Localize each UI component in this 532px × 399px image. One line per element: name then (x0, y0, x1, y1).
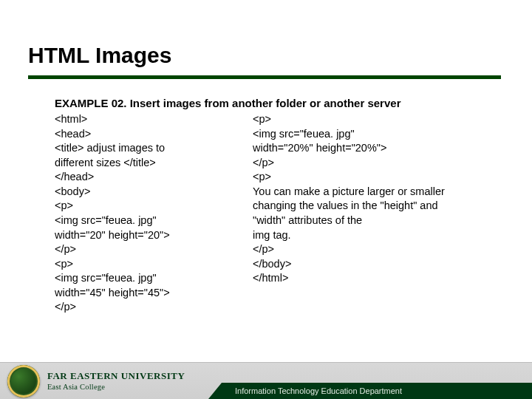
department-ribbon: Information Technology Education Departm… (222, 383, 532, 399)
university-block: FAR EASTERN UNIVERSITY East Asia College (47, 371, 185, 391)
example-heading: EXAMPLE 02. Insert images from another f… (55, 97, 489, 109)
slide-content: EXAMPLE 02. Insert images from another f… (0, 79, 532, 315)
code-columns: <html> <head> <title> adjust images to d… (55, 112, 489, 315)
department-label: Information Technology Education Departm… (235, 386, 402, 395)
university-name: FAR EASTERN UNIVERSITY (47, 371, 185, 381)
college-name: East Asia College (47, 383, 185, 391)
code-column-left: <html> <head> <title> adjust images to d… (55, 112, 247, 315)
footer-bar: FAR EASTERN UNIVERSITY East Asia College… (0, 362, 532, 399)
code-column-right: <p> <img src="feuea. jpg" width="20%" he… (253, 112, 489, 315)
university-seal-icon (7, 365, 40, 398)
slide-title: HTML Images (28, 43, 504, 72)
